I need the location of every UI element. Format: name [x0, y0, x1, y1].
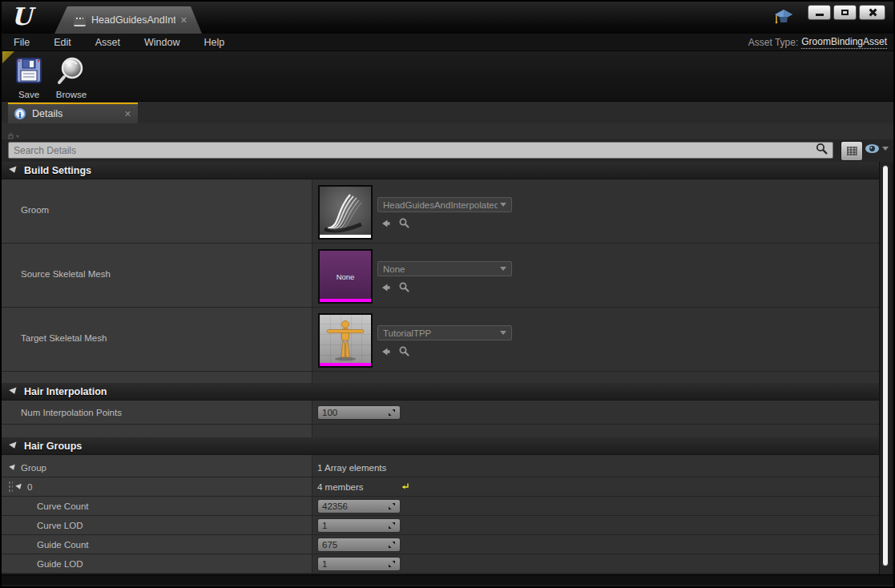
- group-label: Group: [21, 463, 46, 473]
- save-button[interactable]: Save: [6, 56, 52, 99]
- use-selected-arrow-icon[interactable]: [379, 282, 392, 295]
- row-groom: Groom: [2, 179, 883, 244]
- spinbox-drag-icon[interactable]: [388, 502, 396, 510]
- tab-details[interactable]: i Details ✕: [8, 103, 138, 123]
- close-button[interactable]: [859, 5, 885, 20]
- details-tab-close-icon[interactable]: ✕: [124, 109, 131, 119]
- groom-asset-dropdown[interactable]: HeadGuidesAndInterpolated: [377, 197, 512, 212]
- titlebar[interactable]: U HeadGuidesAndInterpolat ✕: [2, 2, 893, 34]
- asset-type-value-link[interactable]: GroomBindingAsset: [801, 36, 887, 49]
- curve-count-input[interactable]: 42356: [317, 499, 401, 513]
- search-details-input[interactable]: [9, 145, 816, 156]
- curve-lod-label: Curve LOD: [2, 521, 83, 530]
- row-group-element-0: 0 4 members: [2, 477, 883, 497]
- unreal-engine-logo-icon: U: [8, 3, 35, 30]
- thumbnail-color-strip: [320, 299, 371, 302]
- source-skeletal-mesh-dropdown[interactable]: None: [377, 261, 512, 276]
- search-details-box[interactable]: [8, 142, 833, 159]
- category-build-settings[interactable]: Build Settings: [2, 162, 883, 179]
- expander-triangle-icon: [9, 167, 18, 175]
- save-button-label: Save: [6, 90, 52, 99]
- browse-to-asset-icon[interactable]: [398, 345, 410, 359]
- row-guide-count: Guide Count 675: [2, 535, 883, 554]
- curve-lod-input[interactable]: 1: [317, 518, 401, 533]
- unreal-editor-window: U HeadGuidesAndInterpolat ✕ File Ed: [0, 0, 895, 588]
- expander-triangle-icon[interactable]: [9, 464, 17, 470]
- section-spacer: [2, 425, 883, 437]
- browse-magnifier-icon: [56, 74, 87, 87]
- scrollbar-track[interactable]: [879, 162, 892, 575]
- minimize-button[interactable]: [808, 5, 831, 20]
- details-info-icon: i: [14, 108, 26, 119]
- menu-file[interactable]: File: [2, 37, 42, 48]
- none-thumbnail-text: None: [337, 272, 355, 281]
- search-row: [2, 139, 893, 162]
- row-group: Group 1 Array elements: [2, 458, 883, 477]
- target-skeletal-mesh-thumbnail[interactable]: [318, 313, 373, 368]
- chevron-down-icon: [500, 203, 506, 207]
- curve-count-value: 42356: [322, 501, 388, 511]
- groom-asset-value: HeadGuidesAndInterpolated: [383, 200, 498, 210]
- reset-to-default-icon[interactable]: [401, 482, 409, 492]
- category-hair-interpolation[interactable]: Hair Interpolation: [2, 383, 883, 401]
- target-skeletal-mesh-value: TutorialTPP: [383, 328, 498, 338]
- curve-count-label: Curve Count: [2, 501, 89, 511]
- chevron-down-icon: [882, 147, 889, 151]
- category-label: Build Settings: [24, 165, 91, 176]
- row-curve-lod: Curve LOD 1: [2, 516, 883, 535]
- source-skeletal-mesh-thumbnail[interactable]: None: [318, 249, 373, 304]
- guide-lod-input[interactable]: 1: [317, 557, 401, 571]
- thumbnail-color-strip: [320, 363, 371, 366]
- property-matrix-button[interactable]: [841, 141, 863, 161]
- asset-editor-tab[interactable]: HeadGuidesAndInterpolat ✕: [54, 6, 202, 34]
- row-guide-lod: Guide LOD 1: [2, 554, 883, 574]
- menu-help[interactable]: Help: [191, 37, 236, 48]
- guide-lod-value: 1: [322, 559, 388, 569]
- category-label: Hair Groups: [24, 441, 82, 452]
- thumbnail-color-strip: [320, 235, 371, 238]
- element-0-members: 4 members: [312, 482, 364, 492]
- asset-editor-tab-label: HeadGuidesAndInterpolat: [91, 14, 175, 26]
- target-skeletal-mesh-dropdown[interactable]: TutorialTPP: [377, 325, 512, 340]
- row-source-skeletal-mesh: Source Skeletal Mesh None None: [2, 244, 883, 308]
- panel-lock-icon[interactable]: [8, 128, 22, 135]
- row-target-skeletal-mesh: Target Skeletal Mesh: [2, 308, 883, 372]
- tab-close-icon[interactable]: ✕: [180, 15, 187, 26]
- browse-to-asset-icon[interactable]: [398, 281, 410, 295]
- tutorial-graduation-cap-icon[interactable]: [773, 8, 794, 30]
- grid-icon: [846, 146, 857, 156]
- source-skeletal-mesh-label: Source Skeletal Mesh: [2, 269, 111, 279]
- browse-to-asset-icon[interactable]: [398, 217, 410, 231]
- groom-thumbnail[interactable]: [318, 185, 373, 240]
- guide-count-label: Guide Count: [2, 540, 89, 550]
- scrollbar-thumb[interactable]: [882, 165, 889, 566]
- menubar: File Edit Asset Window Help Asset Type: …: [2, 34, 893, 51]
- guide-count-input[interactable]: 675: [317, 538, 401, 552]
- browse-button[interactable]: Browse: [48, 56, 95, 99]
- spinbox-drag-icon[interactable]: [388, 560, 396, 568]
- view-options-button[interactable]: [865, 143, 889, 154]
- row-num-interpolation-points: Num Interpolation Points 100: [2, 401, 883, 425]
- use-selected-arrow-icon[interactable]: [379, 346, 392, 359]
- drag-handle-icon[interactable]: [8, 481, 13, 493]
- panel-tabbar: i Details ✕: [2, 102, 893, 123]
- element-0-label: 0: [27, 482, 32, 492]
- menu-asset[interactable]: Asset: [83, 37, 132, 48]
- section-spacer: [2, 372, 883, 383]
- menu-window[interactable]: Window: [132, 37, 191, 48]
- num-interpolation-points-input[interactable]: 100: [317, 405, 401, 420]
- use-selected-arrow-icon[interactable]: [379, 218, 392, 231]
- maximize-button[interactable]: [833, 5, 857, 20]
- menu-edit[interactable]: Edit: [42, 37, 83, 48]
- spinbox-drag-icon[interactable]: [388, 541, 396, 549]
- num-interpolation-points-value: 100: [322, 408, 388, 417]
- expander-triangle-icon[interactable]: [15, 483, 23, 489]
- asset-type-label: Asset Type:: [748, 37, 798, 48]
- close-icon: [868, 8, 877, 17]
- spinbox-drag-icon[interactable]: [388, 409, 396, 417]
- tpose-character-icon: [320, 315, 371, 366]
- category-hair-groups[interactable]: Hair Groups: [2, 437, 883, 455]
- curve-lod-value: 1: [322, 521, 388, 530]
- minimize-icon: [816, 14, 824, 16]
- spinbox-drag-icon[interactable]: [388, 522, 396, 530]
